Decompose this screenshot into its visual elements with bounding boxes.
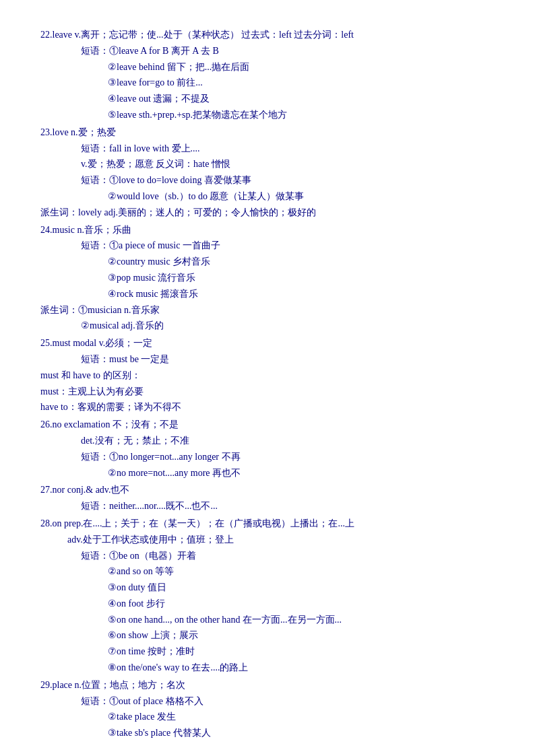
content: 22.leave v.离开；忘记带；使...处于（某种状态） 过去式：left … [40,27,495,741]
text-line: v.爱；热爱；愿意 反义词：hate 憎恨 [81,156,495,172]
text-line: ②musical adj.音乐的 [81,318,495,334]
text-line: ④on foot 步行 [108,596,495,612]
text-line: 短语：①no longer=not...any longer 不再 [81,449,495,465]
text-line: 24.music n.音乐；乐曲 [40,222,495,238]
text-line: det.没有；无；禁止；不准 [81,433,495,449]
text-line: ②would love（sb.）to do 愿意（让某人）做某事 [108,188,495,205]
text-line: 29.place n.位置；地点；地方；名次 [40,677,495,693]
text-line: 短语：must be 一定是 [81,351,495,368]
text-line: must 和 have to 的区别： [40,368,495,384]
text-line: ②leave behind 留下；把...抛在后面 [108,59,495,75]
text-line: 22.leave v.离开；忘记带；使...处于（某种状态） 过去式：left … [40,27,495,43]
text-line: 26.no exclamation 不；没有；不是 [40,417,495,433]
text-line: have to：客观的需要；译为不得不 [40,399,495,415]
text-line: ②and so on 等等 [108,563,495,580]
text-line: ②take place 发生 [108,709,495,725]
text-line: ④rock music 摇滚音乐 [108,286,495,302]
text-line: ③pop music 流行音乐 [108,270,495,286]
text-line: ⑤leave sth.+prep.+sp.把某物遗忘在某个地方 [108,107,495,123]
text-line: 28.on prep.在....上；关于；在（某一天）；在（广播或电视）上播出；… [40,516,495,532]
text-line: ③leave for=go to 前往... [108,75,495,91]
text-line: 短语：neither....nor....既不...也不... [81,498,495,514]
text-line: 25.must modal v.必须；一定 [40,335,495,351]
text-line: 27.nor conj.& adv.也不 [40,482,495,498]
text-line: ③take sb's place 代替某人 [108,725,495,741]
text-line: 短语：①out of place 格格不入 [81,693,495,710]
entry-26: 26.no exclamation 不；没有；不是det.没有；无；禁止；不准短… [40,417,495,481]
text-line: must：主观上认为有必要 [40,384,495,400]
text-line: 派生词：lovely adj.美丽的；迷人的；可爱的；令人愉快的；极好的 [40,205,495,221]
entry-29: 29.place n.位置；地点；地方；名次短语：①out of place 格… [40,677,495,741]
text-line: ②no more=not....any more 再也不 [108,465,495,481]
entry-28: 28.on prep.在....上；关于；在（某一天）；在（广播或电视）上播出；… [40,516,495,676]
text-line: 短语：①a piece of music 一首曲子 [81,238,495,254]
text-line: ③on duty 值日 [108,580,495,596]
text-line: 短语：①leave A for B 离开 A 去 B [81,43,495,59]
text-line: 短语：①love to do=love doing 喜爱做某事 [81,172,495,188]
text-line: 23.love n.爱；热爱 [40,125,495,141]
text-line: ④leave out 遗漏；不提及 [108,91,495,107]
text-line: ②country music 乡村音乐 [108,254,495,270]
text-line: 短语：fall in love with 爱上.... [81,141,495,157]
entry-23: 23.love n.爱；热爱短语：fall in love with 爱上...… [40,125,495,221]
text-line: ⑦on time 按时；准时 [108,644,495,660]
entry-25: 25.must modal v.必须；一定短语：must be 一定是must … [40,335,495,415]
text-line: ⑥on show 上演；展示 [108,627,495,644]
entry-24: 24.music n.音乐；乐曲短语：①a piece of music 一首曲… [40,222,495,335]
text-line: ⑤on one hand..., on the other hand 在一方面.… [108,612,495,628]
text-line: 短语：①be on（电器）开着 [81,548,495,564]
text-line: 派生词：①musician n.音乐家 [40,302,495,318]
text-line: adv.处于工作状态或使用中；值班；登上 [67,532,495,548]
entry-27: 27.nor conj.& adv.也不短语：neither....nor...… [40,482,495,514]
text-line: ⑧on the/one's way to 在去....的路上 [108,660,495,676]
entry-22: 22.leave v.离开；忘记带；使...处于（某种状态） 过去式：left … [40,27,495,123]
